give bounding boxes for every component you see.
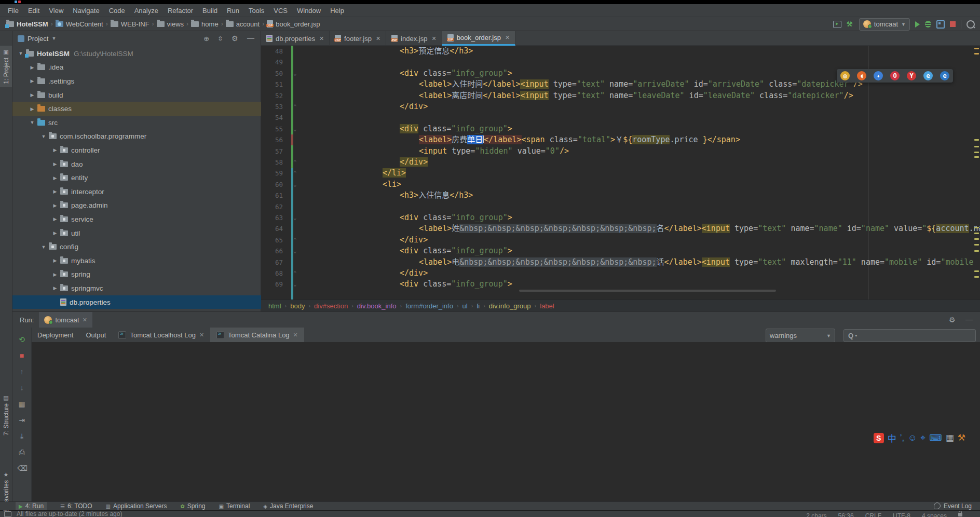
fold-start-icon[interactable]: ⌄ [293, 212, 297, 223]
rerun-icon[interactable]: ⟲ [17, 335, 26, 344]
menu-item-edit[interactable]: Edit [23, 7, 44, 15]
status-widget-crlf[interactable]: CRLF [865, 511, 881, 517]
tree-item-idea[interactable]: ▶.idea [12, 61, 277, 75]
status-widget-utf-8[interactable]: UTF-8 [893, 511, 910, 517]
chevron-collapsed-icon[interactable]: ▶ [52, 203, 58, 208]
fold-start-icon[interactable]: ⌄ [293, 68, 297, 79]
close-icon[interactable]: ✕ [431, 35, 436, 42]
editor-tab-book-order-jsp[interactable]: book_order.jsp✕ [442, 31, 516, 46]
coverage-button[interactable] [936, 20, 945, 29]
fold-end-icon[interactable]: ⌃ [293, 268, 297, 279]
statusbar-button-spring[interactable]: ✿Spring [180, 502, 205, 510]
menu-item-code[interactable]: Code [104, 7, 130, 15]
warning-stripe-mark[interactable] [974, 238, 979, 240]
tree-item-util[interactable]: ▶util [12, 226, 300, 240]
search-everywhere-icon[interactable] [967, 20, 975, 29]
breadcrumb-item-views[interactable]: views [156, 20, 185, 28]
close-icon[interactable]: ✕ [376, 35, 380, 42]
status-widget-4-spaces[interactable]: 4 spaces [922, 511, 947, 517]
chevron-collapsed-icon[interactable]: ▶ [52, 272, 58, 277]
editor-breadcrumb-div-section[interactable]: div#section [314, 302, 348, 310]
fold-start-icon[interactable]: ⌄ [293, 246, 297, 256]
down-arrow-icon[interactable]: ↓ [17, 383, 26, 392]
status-widget-2-chars[interactable]: 2 chars [806, 511, 826, 517]
status-widget-56-36[interactable]: 56:36 [838, 511, 854, 517]
ime-tool-icon[interactable]: ⌨ [929, 432, 942, 443]
fold-end-icon[interactable]: ⌃ [293, 101, 297, 112]
chevron-expanded-icon[interactable]: ▼ [29, 120, 35, 125]
toolwindow-toggle-icon[interactable] [4, 511, 11, 517]
warning-stripe-mark[interactable] [974, 250, 979, 252]
debug-button[interactable] [925, 21, 931, 28]
statusbar-button-6-todo[interactable]: ☰6: TODO [60, 502, 92, 510]
hide-panel-icon[interactable]: — [965, 317, 972, 323]
close-icon[interactable]: ✕ [293, 332, 298, 338]
warning-stripe-mark[interactable] [974, 276, 979, 278]
chevron-collapsed-icon[interactable]: ▶ [29, 65, 35, 70]
breadcrumb-item-book-order-jsp[interactable]: book_order.jsp [266, 20, 321, 28]
up-arrow-icon[interactable]: ↑ [17, 367, 26, 376]
menu-item-help[interactable]: Help [325, 7, 349, 15]
opera-icon[interactable]: O [890, 71, 900, 80]
warning-stripe-mark[interactable] [974, 156, 979, 158]
statusbar-button-application-servers[interactable]: ▥Application Servers [106, 502, 167, 510]
firefox-icon[interactable]: ◖ [857, 71, 866, 80]
menu-item-run[interactable]: Run [222, 7, 244, 15]
editor-tab-footer-jsp[interactable]: footer.jsp✕ [330, 31, 386, 46]
tree-item-settings[interactable]: ▶.settings [12, 74, 277, 88]
statusbar-button-4-run[interactable]: ▶4: Run [16, 502, 47, 510]
run-button[interactable] [915, 21, 920, 28]
editor-breadcrumb-div-book-info[interactable]: div.book_info [357, 302, 397, 310]
menu-item-tools[interactable]: Tools [244, 7, 269, 15]
build-hammer-icon[interactable]: ⚒ [847, 21, 854, 28]
tree-item-com-ischoolbar-programmer[interactable]: ▼com.ischoolbar.programmer [12, 130, 289, 144]
horizontal-scrollbar[interactable] [519, 290, 776, 292]
fold-end-icon[interactable]: ⌃ [293, 168, 297, 179]
editor-breadcrumb-div-info-group[interactable]: div.info_group [489, 302, 531, 310]
tree-item-classes[interactable]: ▶classes [12, 102, 277, 116]
error-stripe[interactable] [974, 46, 980, 300]
warning-stripe-mark[interactable] [974, 152, 979, 153]
ime-tool-icon[interactable]: ⚒ [958, 432, 965, 443]
ime-tool-icon[interactable]: ▦ [946, 432, 954, 443]
locate-icon[interactable]: ⊕ [203, 35, 209, 43]
scroll-end-icon[interactable]: ⤓ [17, 431, 26, 441]
lock-icon[interactable] [958, 513, 962, 516]
close-icon[interactable]: ✕ [199, 332, 204, 338]
warning-stripe-mark[interactable] [974, 48, 979, 49]
run-tab-deployment[interactable]: Deployment [31, 328, 79, 342]
print-icon[interactable]: ⎙ [17, 447, 26, 457]
menu-item-refactor[interactable]: Refactor [163, 7, 198, 15]
breadcrumb-item-web-inf[interactable]: WEB-INF [110, 20, 151, 28]
warning-stripe-mark[interactable] [974, 53, 979, 55]
chevron-collapsed-icon[interactable]: ▶ [52, 147, 58, 153]
warning-stripe-mark[interactable] [974, 270, 979, 272]
tree-item-hotelssm[interactable]: ▼HotelSSMG:\study\HotelSSM [12, 47, 266, 61]
fold-start-icon[interactable]: ⌄ [293, 279, 297, 290]
tree-item-config[interactable]: ▼config [12, 240, 289, 254]
code-viewport[interactable]: 48<h3>预定信息</h3>4950⌄<div class="info_gro… [261, 46, 980, 300]
hide-panel-icon[interactable]: — [247, 35, 253, 42]
tool-button-1-project[interactable]: ▣1: Project [0, 46, 12, 87]
fold-end-icon[interactable]: ⌃ [293, 157, 297, 168]
warning-stripe-mark[interactable] [974, 227, 979, 228]
tree-item-spring[interactable]: ▶spring [12, 268, 300, 282]
collapse-all-icon[interactable]: ⇳ [217, 35, 223, 43]
tree-item-db-properties[interactable]: db.properties [12, 295, 300, 309]
chevron-collapsed-icon[interactable]: ▶ [52, 175, 58, 181]
log-search-input[interactable]: Q▾ [843, 329, 976, 342]
fold-start-icon[interactable]: ⌄ [293, 124, 297, 134]
menu-item-file[interactable]: File [3, 7, 23, 15]
tree-item-springmvc[interactable]: ▶springmvc [12, 281, 300, 295]
editor-breadcrumb-form-order-info[interactable]: form#order_info [405, 302, 453, 310]
editor-breadcrumb-html[interactable]: html [268, 302, 281, 310]
menu-item-view[interactable]: View [44, 7, 68, 15]
menu-item-window[interactable]: Window [292, 7, 325, 15]
statusbar-button-terminal[interactable]: ▣Terminal [219, 502, 250, 510]
chevron-collapsed-icon[interactable]: ▶ [29, 106, 35, 112]
console-output[interactable]: S中’,☺⌖⌨▦⚒ [32, 342, 980, 502]
ime-tool-icon[interactable]: ’, [900, 433, 905, 443]
statusbar-button-java-enterprise[interactable]: ◈Java Enterprise [263, 502, 313, 510]
chevron-collapsed-icon[interactable]: ▶ [29, 92, 35, 98]
menu-item-vcs[interactable]: VCS [269, 7, 292, 15]
